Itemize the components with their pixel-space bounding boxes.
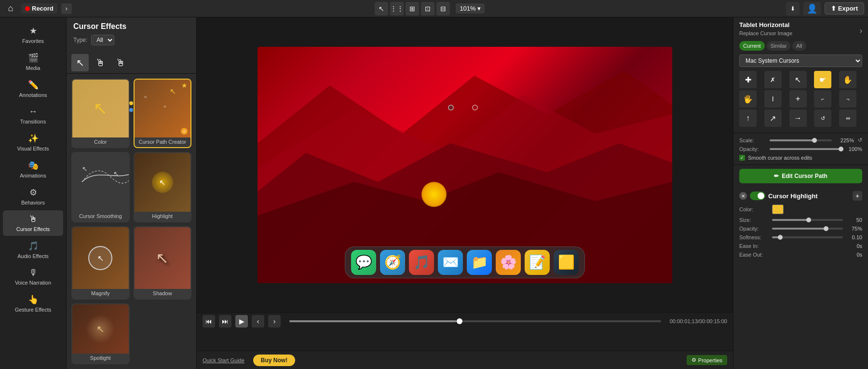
cursor-icon-arrow[interactable]: ↖ bbox=[789, 71, 807, 88]
dock-icon-mail[interactable]: ✉️ bbox=[438, 250, 463, 275]
effect-label-color: Color bbox=[94, 137, 107, 147]
properties-button[interactable]: ⚙ Properties bbox=[687, 355, 727, 365]
sidebar-item-behaviors[interactable]: ⚙ Behaviors bbox=[3, 183, 63, 209]
export-button[interactable]: ⬆ Export bbox=[825, 2, 864, 14]
cs-all[interactable]: All bbox=[792, 41, 806, 51]
sidebar-label-visual-effects: Visual Effects bbox=[17, 146, 49, 151]
hl-opacity-slider[interactable] bbox=[772, 228, 843, 230]
edit-cursor-path-button[interactable]: ✏ Edit Cursor Path bbox=[739, 169, 862, 183]
cursor-icon-hand[interactable]: ☛ bbox=[814, 71, 831, 88]
buy-now-button[interactable]: Buy Now! bbox=[253, 355, 295, 366]
effect-card-magnify[interactable]: ↖ Magnify bbox=[71, 226, 130, 300]
color-swatch[interactable] bbox=[772, 205, 784, 214]
play-button[interactable]: ▶ bbox=[235, 315, 248, 328]
record-dot bbox=[25, 6, 30, 11]
timeline-thumb[interactable] bbox=[457, 318, 462, 324]
sidebar-item-transitions[interactable]: ↔ Transitions bbox=[3, 103, 63, 128]
cursor-icon-up-arrow[interactable]: ↑ bbox=[739, 109, 757, 127]
cursor-icon-diagonal[interactable]: ✗ bbox=[764, 71, 782, 88]
hl-opacity-thumb[interactable] bbox=[824, 226, 828, 231]
cs-current[interactable]: Current bbox=[739, 41, 765, 51]
effect-card-cursor-path-creator[interactable]: ★ ○ ○ ↖ ⊙ Cursor Path Creator bbox=[134, 79, 192, 148]
rewind-button[interactable]: ⏮ bbox=[203, 315, 215, 328]
smoothing-cursor-1: ↖ bbox=[82, 165, 88, 173]
opacity-slider[interactable] bbox=[770, 148, 840, 150]
forward-arrow[interactable]: › bbox=[61, 3, 72, 14]
canvas-container: 💬 🧭 🎵 ✉️ 📁 🌸 📝 🟨 bbox=[197, 17, 733, 312]
effect-card-highlight[interactable]: ↖ Highlight bbox=[134, 152, 192, 222]
timeline-track[interactable] bbox=[289, 320, 661, 322]
layout-tool[interactable]: ⊞ bbox=[406, 2, 419, 15]
scale-slider[interactable] bbox=[770, 139, 832, 141]
sidebar-item-audio-effects[interactable]: 🎵 Audio Effects bbox=[3, 237, 63, 263]
dock-icon-app[interactable]: 🟨 bbox=[554, 250, 579, 275]
highlight-add[interactable]: + bbox=[853, 191, 862, 201]
cursor-icon-grab[interactable]: ✋ bbox=[839, 71, 856, 88]
smooth-checkbox[interactable]: ✓ bbox=[739, 155, 745, 161]
cursor-icon-corner-tr[interactable]: ¬ bbox=[839, 90, 856, 108]
dock-icon-messages[interactable]: 💬 bbox=[351, 250, 376, 275]
size-slider[interactable] bbox=[772, 219, 843, 221]
sidebar-item-cursor-effects[interactable]: 🖱 Cursor Effects bbox=[3, 210, 63, 236]
record-button[interactable]: Record bbox=[21, 3, 57, 14]
cursor-icon-resize[interactable]: ⇔ bbox=[839, 109, 856, 127]
home-icon[interactable]: ⌂ bbox=[4, 2, 17, 15]
canvas-handle-1[interactable] bbox=[448, 105, 454, 110]
cursor-tab-pointer[interactable]: 🖱 bbox=[112, 54, 129, 71]
cursor-icon-open-hand[interactable]: 🖐 bbox=[739, 90, 757, 108]
sidebar-item-annotations[interactable]: ✏️ Annotations bbox=[3, 76, 63, 102]
effect-card-color[interactable]: ↖ Color bbox=[71, 79, 130, 148]
dock-icon-music[interactable]: 🎵 bbox=[409, 250, 434, 275]
dot-blue[interactable] bbox=[129, 108, 133, 112]
dock-icon-notes[interactable]: 📝 bbox=[525, 250, 550, 275]
cs-similar[interactable]: Similar bbox=[767, 41, 791, 51]
cursor-icon-text[interactable]: I bbox=[764, 90, 782, 108]
next-frame-button[interactable]: › bbox=[268, 315, 281, 328]
dock-icon-files[interactable]: 📁 bbox=[467, 250, 492, 275]
cursor-icon-right-arrow[interactable]: → bbox=[789, 109, 807, 127]
cursor-icon-curve[interactable]: ↺ bbox=[814, 109, 831, 127]
timeline-bar-area bbox=[285, 320, 666, 322]
trim-tool[interactable]: ⊟ bbox=[436, 2, 450, 15]
sidebar-item-animations[interactable]: 🎭 Animations bbox=[3, 156, 63, 182]
softness-slider[interactable] bbox=[772, 236, 843, 238]
cursor-icon-crosshair[interactable]: ✚ bbox=[739, 71, 757, 88]
canvas-handle-2[interactable] bbox=[472, 105, 478, 110]
cursor-icon-corner-tl[interactable]: ⌐ bbox=[814, 90, 831, 108]
effect-card-shadow[interactable]: ↖ Shadow bbox=[134, 226, 192, 300]
effect-card-spotlight[interactable]: ↖ Spotlight bbox=[71, 303, 130, 364]
cursor-icon-plus[interactable]: + bbox=[789, 90, 807, 108]
sidebar-item-gesture-effects[interactable]: 👆 Gesture Effects bbox=[3, 290, 63, 316]
quick-start-link[interactable]: Quick Start Guide bbox=[203, 357, 244, 363]
crop-tool[interactable]: ⊡ bbox=[421, 2, 434, 15]
dock-icon-photos[interactable]: 🌸 bbox=[496, 250, 521, 275]
highlight-close[interactable]: ✕ bbox=[739, 192, 747, 200]
sidebar-item-visual-effects[interactable]: ✨ Visual Effects bbox=[3, 129, 63, 155]
cursor-tool[interactable]: ↖ bbox=[375, 2, 388, 15]
cursor-tab-hand[interactable]: 🖱 bbox=[92, 54, 109, 71]
time-display: 00:00:01;13/00:00:15:00 bbox=[670, 318, 727, 324]
prev-frame-button[interactable]: ‹ bbox=[252, 315, 264, 328]
cursor-icon-diag-arrow[interactable]: ↗ bbox=[764, 109, 782, 127]
zoom-display[interactable]: 101% ▾ bbox=[456, 3, 485, 14]
dot-yellow[interactable] bbox=[129, 101, 133, 105]
effect-card-cursor-smoothing[interactable]: ↖ ↖ Cursor Smoothing bbox=[71, 152, 130, 222]
type-select[interactable]: All bbox=[91, 35, 114, 45]
download-icon[interactable]: ⬇ bbox=[786, 2, 800, 15]
dock-icon-safari[interactable]: 🧭 bbox=[380, 250, 405, 275]
highlight-toggle[interactable] bbox=[750, 191, 765, 200]
cursor-tab-arrow[interactable]: ↖ bbox=[71, 54, 89, 71]
sidebar-item-favorites[interactable]: ★ Favorites bbox=[3, 22, 63, 48]
size-thumb[interactable] bbox=[806, 218, 811, 222]
avatar[interactable]: 👤 bbox=[803, 2, 821, 15]
softness-thumb[interactable] bbox=[778, 235, 783, 240]
scale-thumb[interactable] bbox=[812, 138, 817, 143]
scale-reset[interactable]: ↺ bbox=[858, 137, 862, 143]
sidebar-item-voice-narration[interactable]: 🎙 Voice Narration bbox=[3, 264, 63, 289]
collapse-icon[interactable]: › bbox=[860, 27, 862, 35]
step-back-button[interactable]: ⏭ bbox=[219, 315, 231, 328]
sidebar-item-media[interactable]: 🎬 Media bbox=[3, 49, 63, 75]
grid-tool[interactable]: ⋮⋮ bbox=[390, 2, 404, 15]
cursor-type-dropdown[interactable]: Mac System Cursors bbox=[739, 55, 862, 67]
opacity-thumb[interactable] bbox=[839, 147, 843, 151]
